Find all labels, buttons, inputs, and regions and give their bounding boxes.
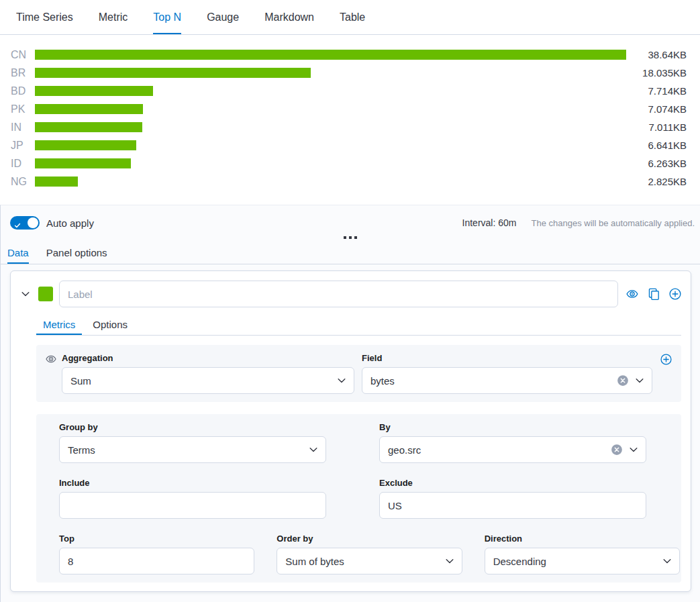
series-tabs: Metrics Options (36, 315, 681, 336)
chevron-down-icon (628, 444, 639, 455)
aggregation-field: Aggregation Sum (62, 353, 354, 394)
aggregation-select[interactable]: Sum (62, 367, 354, 394)
editor-tabs: Data Panel options (1, 243, 700, 264)
resize-dots-icon (354, 236, 357, 239)
by-label: By (379, 422, 646, 433)
bar-track (35, 50, 626, 60)
order-by-field: Order by Sum of bytes (277, 534, 462, 574)
bar-value-label: 6.641KB (626, 140, 687, 151)
include-label: Include (59, 478, 326, 489)
top-label: Top (59, 534, 254, 544)
bar-category-label: IN (11, 121, 35, 134)
bar-value-label: 18.035KB (626, 67, 687, 79)
tab-panel-options[interactable]: Panel options (46, 243, 107, 264)
order-by-select[interactable]: Sum of bytes (277, 548, 462, 574)
tab-markdown[interactable]: Markdown (264, 0, 314, 34)
bar (35, 86, 153, 96)
bar-value-label: 2.825KB (626, 176, 687, 187)
exclude-field: Exclude (379, 478, 646, 519)
include-input[interactable] (59, 492, 326, 519)
tab-time-series[interactable]: Time Series (16, 0, 73, 34)
by-combobox[interactable]: geo.src (379, 436, 646, 463)
editor-region: Auto apply Interval: 60m The changes wil… (0, 205, 700, 602)
tab-table[interactable]: Table (340, 0, 365, 34)
bar-value-label: 6.263KB (626, 158, 687, 169)
add-metric-button[interactable] (660, 353, 672, 365)
direction-label: Direction (485, 534, 680, 544)
plus-circle-icon (660, 354, 672, 365)
bar-value-label: 7.714KB (626, 85, 687, 97)
clear-x-icon (611, 444, 623, 456)
hide-series-button[interactable] (626, 288, 638, 300)
bar-category-label: BD (11, 85, 35, 97)
bar (35, 104, 143, 114)
bar (35, 50, 626, 60)
tab-metrics[interactable]: Metrics (36, 315, 82, 335)
auto-apply-toggle[interactable] (10, 216, 40, 230)
clone-series-button[interactable] (648, 288, 660, 300)
bar-track (35, 68, 626, 78)
metric-row: Aggregation Sum Field bytes (36, 345, 681, 402)
eye-icon (626, 288, 638, 300)
bar-row: IN7.011KB (11, 118, 687, 136)
tab-data[interactable]: Data (7, 243, 29, 264)
aggregation-label: Aggregation (62, 353, 354, 364)
viz-type-tabs: Time Series Metric Top N Gauge Markdown … (0, 0, 700, 35)
auto-apply-note: The changes will be automatically applie… (531, 218, 695, 228)
top-input[interactable] (59, 548, 254, 574)
bar-track (35, 140, 626, 150)
field-label: Field (362, 353, 652, 364)
series-label-input[interactable] (59, 281, 618, 307)
bar-category-label: PK (11, 103, 35, 115)
chevron-down-icon (662, 556, 672, 566)
bar-value-label: 38.64KB (626, 49, 687, 60)
chevron-down-icon (20, 289, 31, 299)
series-collapse-button[interactable] (20, 289, 31, 299)
clear-by-button[interactable] (611, 444, 623, 456)
chevron-down-icon (444, 556, 455, 566)
chevron-down-icon (308, 444, 319, 455)
bar-track (35, 177, 626, 187)
series-color-swatch[interactable] (38, 287, 53, 301)
bar-row: BR18.035KB (11, 64, 687, 82)
bar-track (35, 122, 626, 132)
bar (35, 68, 311, 78)
tab-options[interactable]: Options (86, 315, 134, 335)
top-n-chart: CN38.64KBBR18.035KBBD7.714KBPK7.074KBIN7… (0, 35, 700, 205)
bar-category-label: BR (11, 67, 35, 79)
eye-icon (46, 354, 56, 364)
exclude-input[interactable] (379, 492, 646, 519)
group-by-label: Group by (59, 422, 326, 433)
chevron-down-icon (336, 375, 347, 386)
tab-metric[interactable]: Metric (99, 0, 128, 34)
group-by-select[interactable]: Terms (59, 436, 326, 463)
bar-track (35, 158, 626, 168)
bar-row: ID6.263KB (11, 154, 687, 172)
include-field: Include (59, 478, 326, 519)
bar (35, 122, 142, 132)
tab-top-n[interactable]: Top N (153, 0, 181, 34)
tab-gauge[interactable]: Gauge (207, 0, 239, 34)
panel-resize-handle[interactable] (1, 232, 700, 243)
bar (35, 177, 78, 187)
bar-row: BD7.714KB (11, 82, 687, 100)
top-field: Top (59, 534, 254, 574)
bar-category-label: JP (11, 140, 35, 152)
interval-text: Interval: 60m (462, 217, 517, 228)
bar-category-label: ID (11, 158, 35, 170)
clear-field-button[interactable] (617, 374, 629, 387)
field-combobox[interactable]: bytes (362, 367, 652, 394)
bar-track (35, 86, 626, 96)
add-series-button[interactable] (669, 288, 681, 300)
group-by-field: Group by Terms (59, 422, 326, 463)
plus-circle-icon (669, 288, 681, 300)
bar (35, 140, 136, 150)
group-by-panel: Group by Terms By geo.src (36, 414, 681, 583)
bar-category-label: CN (11, 49, 35, 61)
auto-apply-label: Auto apply (46, 217, 94, 229)
direction-select[interactable]: Descending (485, 548, 680, 574)
order-by-label: Order by (277, 534, 462, 544)
bar-row: CN38.64KB (11, 46, 687, 64)
field-field: Field bytes (362, 353, 652, 394)
auto-apply-row: Auto apply Interval: 60m The changes wil… (1, 213, 700, 232)
